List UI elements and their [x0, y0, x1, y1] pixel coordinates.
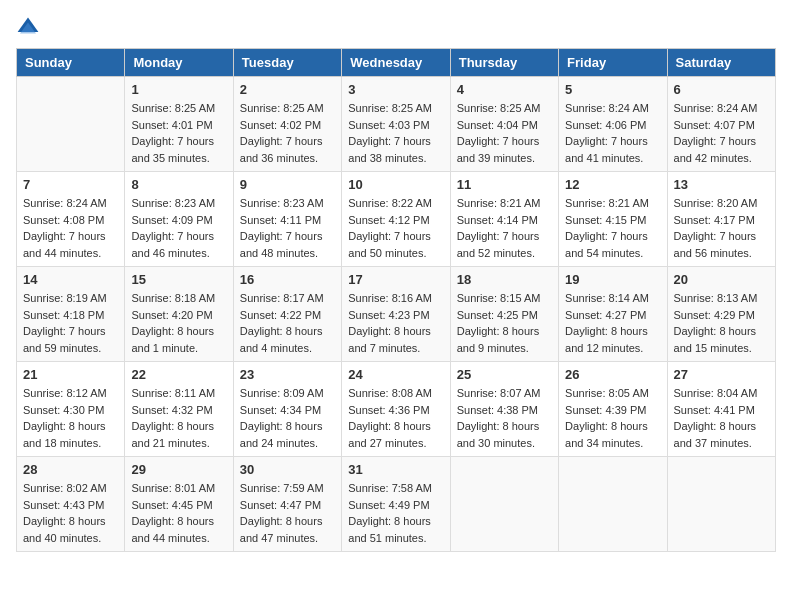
weekday-header: Saturday: [667, 49, 775, 77]
daylight-text: Daylight: 8 hours and 37 minutes.: [674, 418, 769, 451]
sunset-text: Sunset: 4:25 PM: [457, 307, 552, 324]
day-number: 21: [23, 367, 118, 382]
sunrise-text: Sunrise: 8:23 AM: [240, 195, 335, 212]
day-number: 2: [240, 82, 335, 97]
day-info: Sunrise: 8:23 AM Sunset: 4:09 PM Dayligh…: [131, 195, 226, 261]
weekday-header: Thursday: [450, 49, 558, 77]
day-number: 6: [674, 82, 769, 97]
day-number: 16: [240, 272, 335, 287]
day-info: Sunrise: 8:25 AM Sunset: 4:04 PM Dayligh…: [457, 100, 552, 166]
day-number: 20: [674, 272, 769, 287]
daylight-text: Daylight: 8 hours and 44 minutes.: [131, 513, 226, 546]
calendar-cell: 5 Sunrise: 8:24 AM Sunset: 4:06 PM Dayli…: [559, 77, 667, 172]
calendar-cell: 22 Sunrise: 8:11 AM Sunset: 4:32 PM Dayl…: [125, 362, 233, 457]
day-number: 17: [348, 272, 443, 287]
day-number: 25: [457, 367, 552, 382]
calendar-cell: 20 Sunrise: 8:13 AM Sunset: 4:29 PM Dayl…: [667, 267, 775, 362]
daylight-text: Daylight: 8 hours and 12 minutes.: [565, 323, 660, 356]
day-info: Sunrise: 8:17 AM Sunset: 4:22 PM Dayligh…: [240, 290, 335, 356]
daylight-text: Daylight: 8 hours and 34 minutes.: [565, 418, 660, 451]
sunrise-text: Sunrise: 8:25 AM: [457, 100, 552, 117]
calendar-cell: 10 Sunrise: 8:22 AM Sunset: 4:12 PM Dayl…: [342, 172, 450, 267]
calendar-cell: 19 Sunrise: 8:14 AM Sunset: 4:27 PM Dayl…: [559, 267, 667, 362]
day-number: 11: [457, 177, 552, 192]
daylight-text: Daylight: 7 hours and 39 minutes.: [457, 133, 552, 166]
calendar-cell: [450, 457, 558, 552]
daylight-text: Daylight: 7 hours and 38 minutes.: [348, 133, 443, 166]
calendar-cell: 6 Sunrise: 8:24 AM Sunset: 4:07 PM Dayli…: [667, 77, 775, 172]
calendar-cell: 14 Sunrise: 8:19 AM Sunset: 4:18 PM Dayl…: [17, 267, 125, 362]
calendar-cell: 25 Sunrise: 8:07 AM Sunset: 4:38 PM Dayl…: [450, 362, 558, 457]
day-number: 14: [23, 272, 118, 287]
day-number: 22: [131, 367, 226, 382]
sunset-text: Sunset: 4:17 PM: [674, 212, 769, 229]
sunset-text: Sunset: 4:04 PM: [457, 117, 552, 134]
sunset-text: Sunset: 4:30 PM: [23, 402, 118, 419]
sunset-text: Sunset: 4:23 PM: [348, 307, 443, 324]
sunrise-text: Sunrise: 8:02 AM: [23, 480, 118, 497]
calendar-cell: [17, 77, 125, 172]
day-number: 27: [674, 367, 769, 382]
sunrise-text: Sunrise: 8:11 AM: [131, 385, 226, 402]
day-info: Sunrise: 8:25 AM Sunset: 4:01 PM Dayligh…: [131, 100, 226, 166]
sunrise-text: Sunrise: 8:19 AM: [23, 290, 118, 307]
sunset-text: Sunset: 4:06 PM: [565, 117, 660, 134]
day-info: Sunrise: 8:05 AM Sunset: 4:39 PM Dayligh…: [565, 385, 660, 451]
calendar-header: SundayMondayTuesdayWednesdayThursdayFrid…: [17, 49, 776, 77]
day-number: 9: [240, 177, 335, 192]
sunset-text: Sunset: 4:11 PM: [240, 212, 335, 229]
daylight-text: Daylight: 8 hours and 18 minutes.: [23, 418, 118, 451]
weekday-header: Tuesday: [233, 49, 341, 77]
day-number: 30: [240, 462, 335, 477]
weekday-header: Wednesday: [342, 49, 450, 77]
daylight-text: Daylight: 7 hours and 42 minutes.: [674, 133, 769, 166]
calendar-cell: [559, 457, 667, 552]
day-info: Sunrise: 8:07 AM Sunset: 4:38 PM Dayligh…: [457, 385, 552, 451]
day-info: Sunrise: 8:24 AM Sunset: 4:07 PM Dayligh…: [674, 100, 769, 166]
day-info: Sunrise: 8:01 AM Sunset: 4:45 PM Dayligh…: [131, 480, 226, 546]
day-number: 4: [457, 82, 552, 97]
calendar-cell: 26 Sunrise: 8:05 AM Sunset: 4:39 PM Dayl…: [559, 362, 667, 457]
sunrise-text: Sunrise: 8:24 AM: [23, 195, 118, 212]
sunrise-text: Sunrise: 8:05 AM: [565, 385, 660, 402]
day-info: Sunrise: 8:21 AM Sunset: 4:14 PM Dayligh…: [457, 195, 552, 261]
day-number: 8: [131, 177, 226, 192]
daylight-text: Daylight: 7 hours and 44 minutes.: [23, 228, 118, 261]
day-number: 24: [348, 367, 443, 382]
sunset-text: Sunset: 4:41 PM: [674, 402, 769, 419]
sunrise-text: Sunrise: 7:59 AM: [240, 480, 335, 497]
daylight-text: Daylight: 7 hours and 52 minutes.: [457, 228, 552, 261]
calendar-week-row: 1 Sunrise: 8:25 AM Sunset: 4:01 PM Dayli…: [17, 77, 776, 172]
sunset-text: Sunset: 4:14 PM: [457, 212, 552, 229]
calendar-cell: 2 Sunrise: 8:25 AM Sunset: 4:02 PM Dayli…: [233, 77, 341, 172]
sunrise-text: Sunrise: 8:13 AM: [674, 290, 769, 307]
day-info: Sunrise: 8:12 AM Sunset: 4:30 PM Dayligh…: [23, 385, 118, 451]
day-number: 18: [457, 272, 552, 287]
header: [16, 16, 776, 40]
calendar-cell: 24 Sunrise: 8:08 AM Sunset: 4:36 PM Dayl…: [342, 362, 450, 457]
daylight-text: Daylight: 7 hours and 50 minutes.: [348, 228, 443, 261]
daylight-text: Daylight: 7 hours and 36 minutes.: [240, 133, 335, 166]
weekday-header: Sunday: [17, 49, 125, 77]
sunrise-text: Sunrise: 8:07 AM: [457, 385, 552, 402]
daylight-text: Daylight: 8 hours and 51 minutes.: [348, 513, 443, 546]
day-info: Sunrise: 8:15 AM Sunset: 4:25 PM Dayligh…: [457, 290, 552, 356]
calendar-cell: 12 Sunrise: 8:21 AM Sunset: 4:15 PM Dayl…: [559, 172, 667, 267]
calendar-week-row: 28 Sunrise: 8:02 AM Sunset: 4:43 PM Dayl…: [17, 457, 776, 552]
sunrise-text: Sunrise: 7:58 AM: [348, 480, 443, 497]
logo-icon: [16, 16, 40, 40]
daylight-text: Daylight: 7 hours and 56 minutes.: [674, 228, 769, 261]
day-info: Sunrise: 8:18 AM Sunset: 4:20 PM Dayligh…: [131, 290, 226, 356]
calendar-week-row: 21 Sunrise: 8:12 AM Sunset: 4:30 PM Dayl…: [17, 362, 776, 457]
logo: [16, 16, 44, 40]
sunrise-text: Sunrise: 8:21 AM: [457, 195, 552, 212]
sunset-text: Sunset: 4:15 PM: [565, 212, 660, 229]
calendar-cell: 27 Sunrise: 8:04 AM Sunset: 4:41 PM Dayl…: [667, 362, 775, 457]
sunrise-text: Sunrise: 8:04 AM: [674, 385, 769, 402]
sunset-text: Sunset: 4:08 PM: [23, 212, 118, 229]
calendar-cell: 11 Sunrise: 8:21 AM Sunset: 4:14 PM Dayl…: [450, 172, 558, 267]
sunset-text: Sunset: 4:01 PM: [131, 117, 226, 134]
sunset-text: Sunset: 4:18 PM: [23, 307, 118, 324]
sunrise-text: Sunrise: 8:14 AM: [565, 290, 660, 307]
daylight-text: Daylight: 7 hours and 54 minutes.: [565, 228, 660, 261]
